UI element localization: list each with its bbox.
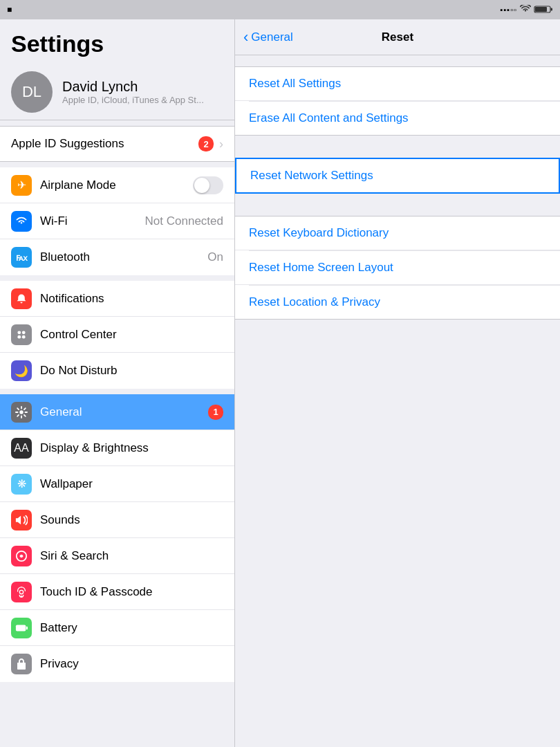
sidebar-item-sounds[interactable]: Sounds (0, 502, 234, 538)
airplane-toggle[interactable] (193, 176, 223, 194)
reset-all-settings[interactable]: Reset All Settings (235, 67, 560, 101)
control-center-label: Control Center (40, 328, 223, 342)
battery-icon (534, 5, 553, 15)
suggestions-right: 2 › (198, 136, 223, 151)
wallpaper-label: Wallpaper (40, 477, 223, 491)
sidebar-item-wifi[interactable]: Wi-Fi Not Connected (0, 203, 234, 239)
sounds-icon (11, 510, 32, 531)
erase-all-content[interactable]: Erase All Content and Settings (235, 102, 560, 135)
svg-point-6 (22, 335, 26, 338)
reset-location-privacy[interactable]: Reset Location & Privacy (235, 286, 560, 319)
main-layout: Settings DL David Lynch Apple ID, iCloud… (0, 19, 560, 747)
notifications-label: Notifications (40, 292, 223, 306)
svg-rect-11 (26, 626, 28, 629)
status-bar: ■ ▪▪▪▫▫ (0, 0, 560, 19)
privacy-icon (11, 654, 32, 674)
back-chevron-icon: ‹ (243, 30, 248, 45)
display-icon: AA (11, 438, 32, 459)
notifications-icon (11, 288, 32, 309)
svg-point-9 (19, 590, 23, 593)
wifi-label: Wi-Fi (40, 214, 137, 228)
settings-title: Settings (0, 19, 234, 64)
general-icon (11, 402, 32, 423)
bluetooth-icon: ℻ (11, 247, 32, 268)
right-panel: ‹ General Reset Reset All Settings Erase… (235, 19, 560, 747)
bluetooth-value: On (207, 250, 223, 264)
preferences-group: General 1 AA Display & Brightness ❋ Wall… (0, 394, 234, 682)
sidebar-item-display[interactable]: AA Display & Brightness (0, 430, 234, 466)
nav-title: Reset (382, 30, 413, 44)
status-left: ■ (7, 5, 12, 15)
profile-info: David Lynch Apple ID, iCloud, iTunes & A… (62, 79, 204, 105)
reset-group-3: Reset Keyboard Dictionary Reset Home Scr… (235, 216, 560, 320)
siri-icon (11, 546, 32, 566)
touchid-label: Touch ID & Passcode (40, 585, 223, 599)
reset-network-settings[interactable]: Reset Network Settings (235, 158, 560, 194)
sidebar-item-bluetooth[interactable]: ℻ Bluetooth On (0, 239, 234, 275)
airplane-icon: ✈ (11, 175, 32, 196)
sidebar-item-privacy[interactable]: Privacy (0, 646, 234, 682)
dnd-label: Do Not Disturb (40, 364, 223, 378)
back-button[interactable]: ‹ General (243, 30, 293, 45)
sidebar-item-siri[interactable]: Siri & Search (0, 538, 234, 574)
siri-label: Siri & Search (40, 549, 223, 563)
reset-group-1: Reset All Settings Erase All Content and… (235, 66, 560, 136)
reset-group-2: Reset Network Settings (235, 158, 560, 194)
wifi-value: Not Connected (145, 214, 223, 228)
touchid-icon (11, 582, 32, 602)
svg-point-7 (19, 410, 23, 414)
sidebar-item-control-center[interactable]: Control Center (0, 317, 234, 353)
display-label: Display & Brightness (40, 441, 223, 455)
sidebar-item-dnd[interactable]: 🌙 Do Not Disturb (0, 353, 234, 389)
sidebar: Settings DL David Lynch Apple ID, iCloud… (0, 19, 235, 747)
sidebar-item-wallpaper[interactable]: ❋ Wallpaper (0, 466, 234, 502)
wifi-icon (520, 5, 531, 15)
sidebar-item-airplane[interactable]: ✈ Airplane Mode (0, 167, 234, 203)
svg-point-5 (17, 335, 21, 338)
privacy-label: Privacy (40, 657, 223, 671)
sounds-label: Sounds (40, 513, 223, 527)
avatar: DL (11, 71, 53, 113)
wifi-settings-icon (11, 211, 32, 232)
svg-point-4 (22, 331, 26, 334)
signal-icon: ▪▪▪▫▫ (501, 6, 518, 14)
battery-settings-icon (11, 618, 32, 638)
sidebar-item-general[interactable]: General 1 (0, 394, 234, 430)
general-label: General (40, 405, 200, 419)
apple-id-suggestions[interactable]: Apple ID Suggestions 2 › (0, 126, 234, 162)
sidebar-item-touchid[interactable]: Touch ID & Passcode (0, 574, 234, 610)
sidebar-item-battery[interactable]: Battery (0, 610, 234, 646)
suggestions-badge: 2 (198, 136, 214, 151)
svg-rect-1 (551, 8, 553, 10)
svg-rect-10 (16, 625, 26, 631)
status-right: ▪▪▪▫▫ (501, 5, 554, 15)
svg-point-3 (17, 331, 21, 334)
profile-name: David Lynch (62, 79, 204, 95)
back-label: General (251, 30, 292, 44)
control-center-icon (11, 324, 32, 345)
suggestions-label: Apple ID Suggestions (11, 137, 124, 151)
chevron-right-icon: › (219, 137, 223, 151)
connectivity-group: ✈ Airplane Mode Wi-Fi Not Connected ℻ (0, 167, 234, 275)
reset-homescreen-layout[interactable]: Reset Home Screen Layout (235, 251, 560, 285)
dnd-icon: 🌙 (11, 360, 32, 381)
bluetooth-label: Bluetooth (40, 250, 199, 264)
profile-section[interactable]: DL David Lynch Apple ID, iCloud, iTunes … (0, 64, 234, 120)
reset-list: Reset All Settings Erase All Content and… (235, 55, 560, 342)
status-icon-left: ■ (7, 5, 12, 15)
nav-bar: ‹ General Reset (235, 19, 560, 55)
system-group: Notifications Control Center 🌙 Do Not Di… (0, 281, 234, 389)
reset-keyboard-dictionary[interactable]: Reset Keyboard Dictionary (235, 216, 560, 250)
airplane-label: Airplane Mode (40, 178, 185, 192)
general-badge: 1 (208, 405, 223, 420)
sidebar-item-notifications[interactable]: Notifications (0, 281, 234, 317)
battery-label: Battery (40, 621, 223, 635)
svg-rect-2 (535, 7, 547, 12)
wallpaper-icon: ❋ (11, 474, 32, 495)
profile-subtitle: Apple ID, iCloud, iTunes & App St... (62, 95, 204, 105)
